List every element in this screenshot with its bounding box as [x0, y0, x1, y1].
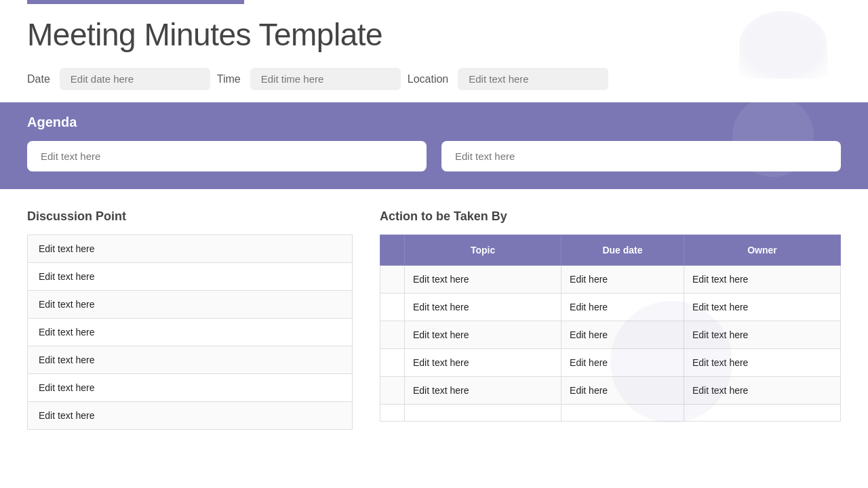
- action-topic-cell[interactable]: Edit text here: [405, 349, 561, 377]
- action-duedate-cell[interactable]: Edit here: [561, 266, 684, 293]
- discussion-cell[interactable]: Edit text here: [28, 263, 353, 291]
- action-topic-cell[interactable]: Edit text here: [405, 266, 561, 293]
- discussion-cell[interactable]: Edit text here: [28, 374, 353, 402]
- action-topic-cell[interactable]: [405, 405, 561, 422]
- date-input[interactable]: [60, 68, 210, 90]
- watermark-decoration: [739, 11, 827, 79]
- page-title: Meeting Minutes Template: [27, 16, 841, 53]
- action-row: Edit text hereEdit hereEdit text here: [380, 349, 841, 377]
- location-label: Location: [408, 73, 449, 85]
- action-duedate-cell[interactable]: Edit here: [561, 293, 684, 321]
- discussion-cell[interactable]: Edit text here: [28, 319, 353, 346]
- action-owner-cell[interactable]: Edit text here: [684, 321, 840, 349]
- action-col-number: [380, 235, 405, 266]
- discussion-row: Edit text here: [28, 263, 353, 291]
- action-row-number: [380, 293, 405, 321]
- action-owner-cell[interactable]: Edit text here: [684, 293, 840, 321]
- action-duedate-cell[interactable]: Edit here: [561, 321, 684, 349]
- action-owner-cell[interactable]: Edit text here: [684, 266, 840, 293]
- action-owner-cell[interactable]: [684, 405, 840, 422]
- action-col-topic: Topic: [405, 235, 561, 266]
- action-duedate-cell[interactable]: Edit here: [561, 377, 684, 405]
- discussion-row: Edit text here: [28, 374, 353, 402]
- time-label: Time: [217, 73, 241, 85]
- action-table: Topic Due date Owner Edit text hereEdit …: [380, 235, 841, 422]
- action-topic-cell[interactable]: Edit text here: [405, 321, 561, 349]
- action-col-duedate: Due date: [561, 235, 684, 266]
- action-row-number: [380, 349, 405, 377]
- action-section: Action to be Taken By Topic Due date Own…: [380, 209, 841, 430]
- agenda-section: Agenda: [0, 102, 868, 189]
- discussion-row: Edit text here: [28, 319, 353, 346]
- discussion-section: Discussion Point Edit text hereEdit text…: [27, 209, 353, 430]
- action-row: Edit text hereEdit hereEdit text here: [380, 266, 841, 293]
- action-col-owner: Owner: [684, 235, 840, 266]
- action-row-number: [380, 377, 405, 405]
- discussion-row: Edit text here: [28, 235, 353, 263]
- location-input[interactable]: [458, 68, 608, 90]
- action-title: Action to be Taken By: [380, 209, 841, 224]
- discussion-row: Edit text here: [28, 346, 353, 374]
- action-duedate-cell[interactable]: [561, 405, 684, 422]
- main-content: Discussion Point Edit text hereEdit text…: [0, 189, 868, 443]
- action-row: Edit text hereEdit hereEdit text here: [380, 377, 841, 405]
- action-header-row: Topic Due date Owner: [380, 235, 841, 266]
- date-label: Date: [27, 73, 50, 85]
- discussion-row: Edit text here: [28, 402, 353, 430]
- meta-row: Date Time Location: [27, 68, 841, 90]
- discussion-cell[interactable]: Edit text here: [28, 346, 353, 374]
- action-row: Edit text hereEdit hereEdit text here: [380, 321, 841, 349]
- agenda-title: Agenda: [27, 115, 841, 130]
- action-duedate-cell[interactable]: Edit here: [561, 349, 684, 377]
- action-topic-cell[interactable]: Edit text here: [405, 377, 561, 405]
- action-row-number: [380, 405, 405, 422]
- action-topic-cell[interactable]: Edit text here: [405, 293, 561, 321]
- discussion-row: Edit text here: [28, 291, 353, 319]
- action-row: [380, 405, 841, 422]
- header-section: Meeting Minutes Template Date Time Locat…: [0, 4, 868, 102]
- action-owner-cell[interactable]: Edit text here: [684, 377, 840, 405]
- action-row-number: [380, 266, 405, 293]
- discussion-table: Edit text hereEdit text hereEdit text he…: [27, 235, 353, 430]
- discussion-title: Discussion Point: [27, 209, 353, 224]
- discussion-cell[interactable]: Edit text here: [28, 235, 353, 263]
- time-input[interactable]: [250, 68, 401, 90]
- discussion-cell[interactable]: Edit text here: [28, 291, 353, 319]
- action-row-number: [380, 321, 405, 349]
- discussion-cell[interactable]: Edit text here: [28, 402, 353, 430]
- agenda-inputs: [27, 141, 841, 171]
- action-owner-cell[interactable]: Edit text here: [684, 349, 840, 377]
- action-row: Edit text hereEdit hereEdit text here: [380, 293, 841, 321]
- agenda-input-1[interactable]: [27, 141, 427, 171]
